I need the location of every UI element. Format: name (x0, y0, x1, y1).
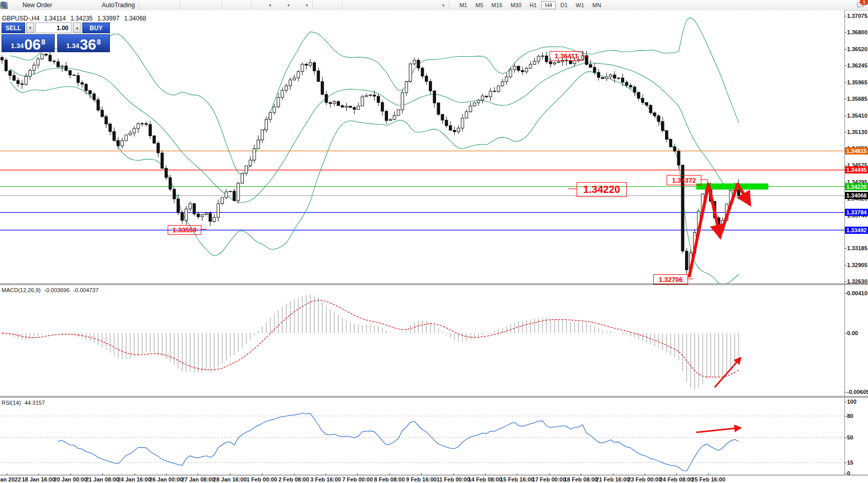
time-tick (262, 473, 262, 475)
crosshair-icon[interactable] (330, 1, 339, 9)
chart-shift-icon[interactable] (239, 1, 248, 9)
scale-tick (844, 402, 847, 402)
scale-tick (844, 248, 847, 249)
time-label: 18 Feb 08:00 (564, 476, 598, 482)
time-tick (485, 473, 486, 475)
buy-button[interactable]: BUY (82, 23, 110, 33)
price-annotation-box[interactable]: 1.33559 (168, 225, 201, 235)
price-scale-border (844, 10, 845, 475)
scale-tick (844, 32, 847, 33)
toolbar-separator (221, 2, 224, 9)
time-tick (676, 473, 677, 475)
price-badge: 1.34815 (845, 147, 868, 155)
terminal-icon[interactable] (67, 1, 76, 9)
time-label: 24 Jan 16:00 (118, 476, 151, 482)
metatrader-window: New Order AutoTrading (0, 0, 868, 483)
scale-tick (844, 392, 847, 392)
candlestick-chart-icon[interactable] (156, 1, 165, 9)
close-value: 1.34068 (124, 15, 146, 22)
timeframe-button-m30[interactable]: M30 (507, 1, 525, 9)
price-annotation-box[interactable]: 1.34372 (667, 175, 701, 185)
toolbar-separator (449, 2, 452, 9)
timeframe-button-mn[interactable]: MN (589, 1, 605, 9)
periods-menu-button[interactable]: ▼ (274, 1, 292, 10)
chat-icon[interactable]: 1 (856, 1, 865, 9)
new-order-button[interactable]: New Order (10, 1, 54, 10)
time-label: 7 Jan 2022 (0, 476, 21, 482)
scale-tick (844, 473, 847, 474)
time-tick (230, 473, 231, 475)
price-annotation-box[interactable]: 1.36411 (550, 51, 583, 61)
pane-separator[interactable] (0, 283, 868, 285)
autotrading-button[interactable]: AutoTrading (89, 1, 137, 10)
timeframe-button-h1[interactable]: H1 (526, 1, 540, 9)
shapes-menu-button[interactable]: ▼ (429, 1, 447, 10)
sell-price-display[interactable]: 1.34 06 8 (2, 34, 55, 52)
time-label: 23 Feb 00:00 (628, 476, 661, 482)
tile-windows-icon[interactable] (210, 1, 218, 9)
scale-tick (844, 132, 847, 133)
time-label: 11 Feb 00:00 (437, 476, 470, 482)
price-tick: 1.37075 (847, 13, 867, 19)
sell-button[interactable]: SELL (2, 23, 25, 33)
time-label: 21 Feb 16:00 (596, 476, 630, 482)
vertical-line-tool-icon[interactable] (348, 1, 357, 9)
fibonacci-tool-icon[interactable]: F (395, 1, 404, 9)
bar-chart-icon[interactable] (145, 1, 153, 9)
price-tick: 1.35130 (847, 129, 867, 135)
time-label: 25 Feb 16:00 (692, 476, 725, 482)
buy-price-figure: 1.34 (66, 42, 79, 50)
timeframe-button-d1[interactable]: D1 (557, 1, 571, 9)
indicators-menu-button[interactable]: ▼ (256, 1, 274, 10)
auto-scroll-icon[interactable] (227, 1, 236, 9)
time-label: 14 Feb 08:00 (468, 476, 502, 482)
timeframe-button-m15[interactable]: M15 (488, 1, 506, 9)
timeframe-button-m1[interactable]: M1 (456, 1, 471, 9)
time-axis-line (0, 475, 868, 475)
text-tool-icon[interactable]: A (407, 1, 416, 9)
timeframe-button-w1[interactable]: W1 (572, 1, 588, 9)
trendline-tool-icon[interactable] (372, 1, 380, 9)
toolbar-separator (180, 2, 183, 9)
zoom-in-icon[interactable] (186, 1, 195, 9)
price-tick: 1.36800 (847, 29, 867, 35)
styler-icon[interactable] (56, 1, 64, 9)
main-chart-pane[interactable] (0, 10, 844, 285)
zoom-out-icon[interactable] (198, 1, 207, 9)
toolbar-separator (312, 2, 315, 9)
time-label: 28 Jan 16:00 (213, 476, 246, 482)
time-tick (38, 473, 39, 475)
price-tick: 1.36520 (847, 46, 867, 52)
price-annotation-box[interactable]: 1.34220 (577, 182, 627, 197)
time-label: 9 Feb 16:00 (406, 476, 437, 482)
cursor-icon[interactable] (318, 1, 327, 9)
timeframe-button-m5[interactable]: M5 (472, 1, 487, 9)
pane-separator[interactable] (0, 396, 868, 398)
text-label-tool-icon[interactable]: T (419, 1, 427, 9)
toolbar-separator (251, 2, 254, 9)
search-icon[interactable] (842, 1, 851, 9)
volume-input[interactable] (35, 23, 72, 33)
volume-decrease-button[interactable]: ▼ (26, 23, 34, 33)
timeframe-button-h4[interactable]: H4 (541, 1, 556, 9)
new-order-label: New Order (22, 2, 52, 9)
volume-increase-button[interactable]: ▲ (73, 23, 81, 33)
buy-price-display[interactable]: 1.34 36 8 (57, 34, 110, 52)
line-chart-icon[interactable] (168, 1, 177, 9)
sell-price-pips: 06 (24, 38, 40, 51)
price-tick: 1.32905 (847, 262, 867, 268)
templates-icon (294, 1, 303, 9)
time-label: 17 Feb 00:00 (532, 476, 566, 482)
templates-menu-button[interactable]: ▼ (292, 1, 311, 10)
horizontal-line-tool-icon[interactable] (360, 1, 369, 9)
macd-pane[interactable] (0, 285, 844, 397)
rsi-pane[interactable] (0, 398, 844, 475)
equidistant-channel-tool-icon[interactable]: E (383, 1, 392, 9)
time-tick (549, 473, 550, 475)
open-value: 1.34114 (44, 15, 66, 22)
signals-icon[interactable] (79, 1, 88, 9)
scale-tick (844, 293, 847, 294)
price-annotation-box[interactable]: 1.32706 (653, 274, 688, 284)
high-value: 1.34235 (71, 15, 93, 22)
scale-tick (844, 416, 847, 416)
